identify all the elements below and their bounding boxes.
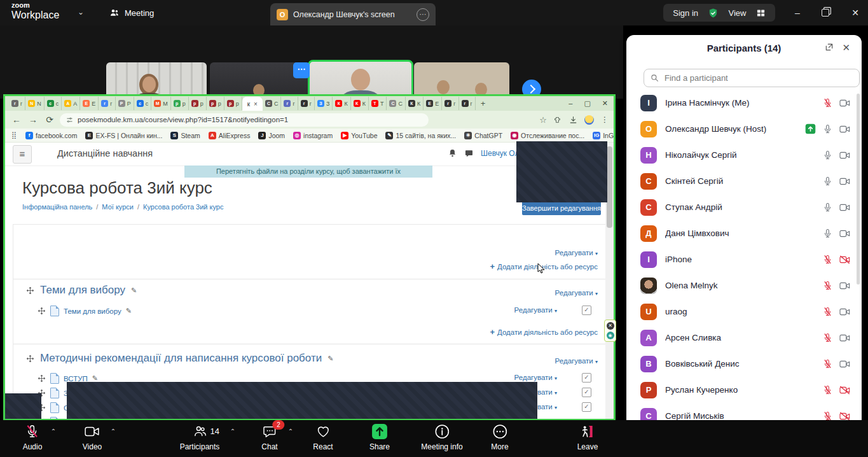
new-tab-button[interactable]: +: [476, 99, 491, 108]
browser-tab[interactable]: гг: [9, 97, 25, 110]
stop-annotation-icon[interactable]: ✕: [607, 322, 614, 330]
search-input[interactable]: [663, 73, 853, 83]
browser-tab[interactable]: ТТ: [369, 97, 387, 110]
close-tab-icon[interactable]: ×: [254, 101, 258, 108]
completion-checkbox[interactable]: ✓: [582, 306, 591, 315]
mic-off-icon[interactable]: [823, 385, 832, 395]
participant-row[interactable]: U uraog: [626, 299, 862, 325]
browser-close-button[interactable]: ✕: [596, 99, 614, 108]
participant-search[interactable]: [644, 69, 860, 87]
toolbar-audio-button[interactable]: Audio: [23, 423, 43, 451]
forward-button[interactable]: →: [27, 115, 39, 125]
toolbar-chat-button[interactable]: 2 Chat: [261, 423, 277, 451]
browser-tab[interactable]: ЕЕ: [424, 97, 442, 110]
mic-icon[interactable]: [823, 176, 832, 186]
bookmark-item[interactable]: AAliExpress: [209, 132, 251, 139]
mic-off-icon[interactable]: [823, 359, 832, 369]
browser-tab[interactable]: NN: [25, 97, 45, 110]
toolbar-more-button[interactable]: More: [491, 423, 508, 451]
panel-scrollbar-thumb[interactable]: [857, 94, 860, 285]
participant-row[interactable]: O Олександр Шевчук (Host): [626, 116, 862, 142]
toolbar-video-button[interactable]: Video: [83, 423, 102, 451]
back-button[interactable]: ←: [10, 115, 23, 125]
participant-row[interactable]: Н Ніколайчук Сергій: [626, 142, 862, 168]
notifications-bell-icon[interactable]: [448, 148, 457, 158]
mic-icon[interactable]: [823, 150, 832, 160]
bookmark-item[interactable]: ✳ChatGPT: [464, 132, 502, 139]
edit-dropdown[interactable]: Редагувати ▾: [555, 249, 598, 257]
mic-off-icon[interactable]: [823, 255, 832, 264]
participants-caret-icon[interactable]: ⌃: [230, 428, 235, 435]
chevron-down-icon[interactable]: ⌄: [78, 8, 84, 17]
mic-off-icon[interactable]: [823, 98, 832, 108]
browser-tab[interactable]: КК: [333, 97, 350, 110]
participant-row[interactable]: A Арсен Сливка: [626, 325, 862, 351]
tile-more-options-button[interactable]: ⋯: [293, 62, 310, 78]
mic-off-icon[interactable]: [823, 333, 832, 342]
site-settings-icon[interactable]: [66, 116, 73, 123]
camera-icon[interactable]: [839, 360, 850, 369]
video-caret-icon[interactable]: ⌃: [111, 428, 116, 435]
bookmark-item[interactable]: ◉Отслеживание пос...: [511, 132, 584, 139]
camera-icon[interactable]: [839, 229, 850, 238]
participant-row[interactable]: Р Руслан Кучеренко: [626, 377, 862, 403]
annotation-camera-icon[interactable]: ◉: [607, 332, 614, 339]
edit-pencil-icon[interactable]: ✎: [327, 355, 333, 363]
bookmark-item[interactable]: ffacebook.com: [25, 132, 77, 139]
camera-icon[interactable]: [839, 177, 850, 186]
minimize-button[interactable]: –: [787, 0, 808, 25]
completion-checkbox[interactable]: ✓: [582, 373, 591, 383]
tab-shared-screen[interactable]: O Олександр Шевчук's screen ⋯: [270, 3, 436, 25]
mic-icon[interactable]: [823, 124, 832, 134]
browser-menu-icon[interactable]: ⋮: [601, 115, 609, 124]
move-icon[interactable]: [38, 374, 46, 383]
address-bar[interactable]: posekmodule.km.ua/course/view.php?id=151…: [60, 113, 429, 127]
browser-tab[interactable]: ММ: [151, 97, 171, 110]
toolbar-participants-button[interactable]: 14 Participants: [180, 423, 220, 451]
browser-tab[interactable]: рр: [171, 97, 189, 110]
breadcrumb-course[interactable]: Курсова робота 3ий курс: [143, 203, 223, 211]
browser-tab[interactable]: рр: [189, 97, 207, 110]
extensions-icon[interactable]: [554, 116, 562, 124]
browser-tab[interactable]: РР: [116, 97, 134, 110]
close-panel-icon[interactable]: ✕: [842, 42, 850, 53]
popout-icon[interactable]: [825, 43, 834, 52]
mic-off-icon[interactable]: [823, 411, 832, 421]
edit-dropdown[interactable]: Редагувати ▾: [514, 374, 557, 381]
resource-link[interactable]: Теми для вибору: [64, 307, 121, 315]
tab-options-icon[interactable]: ⋯: [417, 8, 429, 21]
browser-tab[interactable]: гг: [281, 97, 298, 110]
menu-hamburger-icon[interactable]: ≡: [13, 145, 32, 164]
mic-off-icon[interactable]: [823, 307, 832, 316]
view-button[interactable]: View: [729, 8, 747, 18]
browser-tab[interactable]: гг: [442, 97, 458, 110]
participant-row[interactable]: В Вовківський Денис: [626, 351, 862, 377]
browser-tab[interactable]: АА: [62, 97, 80, 110]
browser-tab[interactable]: ЗЗ: [315, 97, 333, 110]
bookmark-item[interactable]: JJoom: [258, 132, 285, 139]
browser-tab[interactable]: сс: [45, 97, 62, 110]
participant-row[interactable]: I iPhone: [626, 246, 862, 272]
chat-caret-icon[interactable]: ⌃: [288, 428, 293, 435]
toolbar-leave-button[interactable]: Leave: [577, 423, 598, 451]
scrollbar-thumb[interactable]: [607, 146, 612, 228]
browser-minimize-button[interactable]: –: [563, 99, 578, 108]
bookmark-item[interactable]: ◎instagram: [293, 132, 333, 139]
participant-row[interactable]: С Скінтей Сергій: [626, 168, 862, 194]
browser-tab[interactable]: СС: [263, 97, 282, 110]
edit-pencil-icon[interactable]: ✎: [126, 307, 132, 315]
reload-button[interactable]: ⟳: [43, 115, 56, 125]
tab-meeting[interactable]: Meeting: [109, 0, 154, 25]
resource-link[interactable]: ВСТУП: [64, 375, 88, 383]
restore-button[interactable]: [815, 0, 836, 25]
camera-icon[interactable]: [839, 281, 850, 290]
move-icon[interactable]: [26, 286, 34, 295]
camera-off-icon[interactable]: [839, 386, 850, 395]
browser-restore-button[interactable]: ▢: [578, 99, 596, 108]
add-activity-link[interactable]: +Додати діяльність або ресурс: [490, 327, 598, 337]
browser-tab[interactable]: СС: [387, 97, 406, 110]
edit-dropdown[interactable]: Редагувати ▾: [555, 357, 598, 365]
browser-tab[interactable]: рр: [207, 97, 224, 110]
toolbar-share-button[interactable]: Share: [369, 423, 390, 451]
browser-tab[interactable]: КК: [351, 97, 369, 110]
